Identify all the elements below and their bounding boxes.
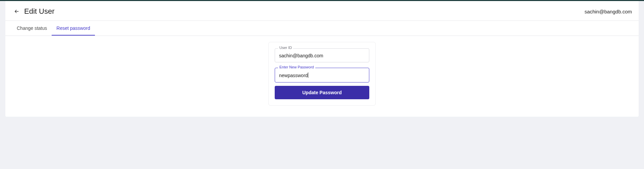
tab-change-status[interactable]: Change status <box>12 21 52 36</box>
password-label: Enter New Password <box>278 65 315 69</box>
text-caret <box>308 72 308 78</box>
back-arrow-icon[interactable] <box>13 8 20 15</box>
page-header: Edit User sachin@bangdb.com <box>5 1 639 21</box>
user-id-input[interactable] <box>275 48 369 62</box>
update-password-button[interactable]: Update Password <box>275 86 369 99</box>
user-id-label: User ID <box>278 46 293 50</box>
password-input[interactable]: newpassword <box>275 68 369 82</box>
password-value-text: newpassword <box>279 73 308 78</box>
password-field-wrapper: Enter New Password newpassword <box>275 68 369 82</box>
user-id-field-wrapper: User ID <box>275 48 369 62</box>
tab-reset-password[interactable]: Reset password <box>52 21 95 36</box>
reset-password-form: User ID Enter New Password newpassword U… <box>268 42 376 106</box>
tabs-container: Change status Reset password <box>5 21 639 36</box>
current-user-email: sachin@bangdb.com <box>585 9 632 14</box>
page-title: Edit User <box>24 7 54 16</box>
